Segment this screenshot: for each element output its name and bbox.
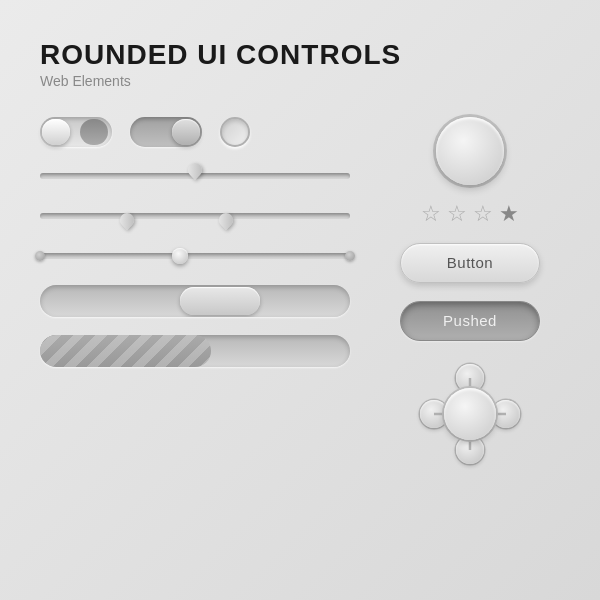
page: ROUNDED UI CONTROLS Web Elements — [0, 0, 600, 600]
slider-3-row — [40, 245, 350, 267]
title-section: ROUNDED UI CONTROLS Web Elements — [40, 40, 560, 89]
toggle-on[interactable] — [130, 117, 202, 147]
slider-2-track[interactable] — [40, 213, 350, 219]
sub-title: Web Elements — [40, 73, 560, 89]
main-layout: ☆ ☆ ☆ ★ Button Pushed — [40, 117, 560, 469]
toggle-off[interactable] — [40, 117, 112, 147]
toggle-knob-off — [42, 119, 70, 145]
slider-1-row — [40, 165, 350, 187]
slider-1-track[interactable] — [40, 173, 350, 179]
right-column: ☆ ☆ ☆ ★ Button Pushed — [380, 117, 560, 469]
star-1[interactable]: ☆ — [421, 203, 441, 225]
button-pushed-label: Pushed — [443, 312, 497, 329]
toggle-knob-on — [172, 119, 200, 145]
stars-row: ☆ ☆ ☆ ★ — [421, 203, 519, 225]
progress-bar — [40, 335, 350, 367]
slider-3-dot-left — [35, 251, 45, 261]
toggles-row — [40, 117, 350, 147]
star-2[interactable]: ☆ — [447, 203, 467, 225]
scrollbar-knob[interactable] — [180, 287, 260, 315]
slider-3-track[interactable] — [40, 253, 350, 259]
flower-center[interactable] — [444, 388, 496, 440]
radio-button[interactable] — [220, 117, 250, 147]
main-title: ROUNDED UI CONTROLS — [40, 40, 560, 71]
slider-2-row — [40, 205, 350, 227]
button-normal-label: Button — [447, 254, 493, 271]
star-4[interactable]: ★ — [499, 203, 519, 225]
slider-1-thumb[interactable] — [188, 166, 202, 186]
star-3[interactable]: ☆ — [473, 203, 493, 225]
scrollbar[interactable] — [40, 285, 350, 317]
progress-fill — [40, 335, 211, 367]
button-normal[interactable]: Button — [400, 243, 540, 283]
flower-widget — [415, 359, 525, 469]
toggle-dark-segment — [80, 119, 108, 145]
slider-3-thumb[interactable] — [172, 248, 188, 264]
big-circle-button[interactable] — [436, 117, 504, 185]
slider-3-dot-right — [345, 251, 355, 261]
progress-stripes — [40, 335, 211, 367]
left-column — [40, 117, 350, 469]
button-pushed[interactable]: Pushed — [400, 301, 540, 341]
